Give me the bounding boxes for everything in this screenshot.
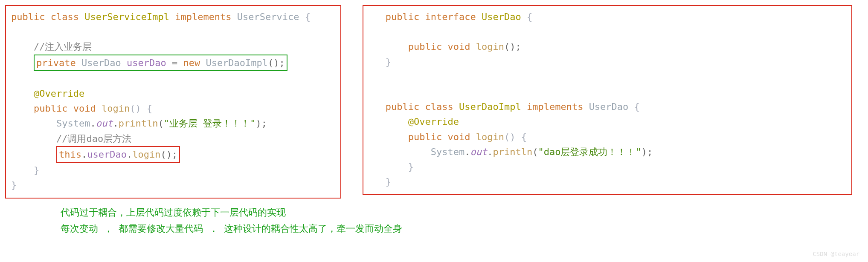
field-decl-highlight: private UserDao userDao = new UserDaoImp… [34, 55, 287, 71]
line-1: public class UserServiceImpl implements … [11, 12, 311, 22]
comment-inject: //注入业务层 [34, 41, 92, 52]
println-call: System.out.println("业务层 登录！！！"); [56, 118, 267, 129]
right-code-box: public interface UserDao { public void l… [363, 5, 852, 195]
override-annotation-2: @Override [408, 116, 459, 127]
impl-decl: public class UserDaoImpl implements User… [386, 101, 640, 112]
code-comparison-wrap: public class UserServiceImpl implements … [5, 5, 863, 199]
caption-line-2: 每次变动 ， 都需要修改大量代码 ． 这种设计的耦合性太高了，牵一发而动全身 [61, 221, 863, 236]
iface-method: public void login(); [408, 41, 521, 52]
comment-call-dao: //调用dao层方法 [56, 133, 131, 144]
println-call-2: System.out.println("dao层登录成功！！！"); [431, 147, 653, 157]
dao-call-highlight: this.userDao.login(); [56, 146, 180, 163]
method-sig-2: public void login() { [408, 132, 527, 142]
iface-decl: public interface UserDao { [369, 12, 532, 22]
caption-text: 代码过于耦合，上层代码过度依赖于下一层代码的实现 每次变动 ， 都需要修改大量代… [61, 204, 863, 236]
left-code-box: public class UserServiceImpl implements … [5, 5, 341, 199]
override-annotation: @Override [34, 88, 84, 99]
caption-line-1: 代码过于耦合，上层代码过度依赖于下一层代码的实现 [61, 204, 863, 220]
method-sig: public void login() { [34, 103, 152, 114]
